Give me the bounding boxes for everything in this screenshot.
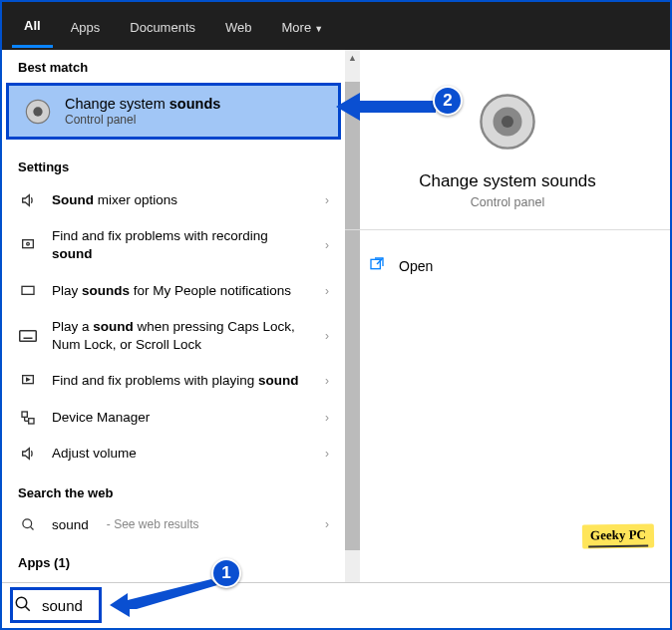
open-icon xyxy=(369,256,385,275)
tab-apps[interactable]: Apps xyxy=(59,6,113,47)
web-search-item[interactable]: sound - See web results › xyxy=(2,508,345,541)
svg-line-23 xyxy=(25,606,30,611)
settings-item-sound-mixer[interactable]: Sound mixer options › xyxy=(2,182,345,218)
best-match-title: Change system sounds xyxy=(65,96,220,112)
preview-title: Change system sounds xyxy=(365,171,650,191)
results-list: Best match Change system sounds Control … xyxy=(2,50,345,582)
svg-point-15 xyxy=(22,519,31,528)
notification-icon xyxy=(18,283,38,299)
chevron-right-icon: › xyxy=(325,193,329,207)
search-icon xyxy=(14,595,32,617)
best-match-result[interactable]: Change system sounds Control panel xyxy=(6,83,341,140)
svg-rect-2 xyxy=(23,240,34,248)
preview-subtitle: Control panel xyxy=(365,195,650,209)
web-term: sound xyxy=(52,517,89,532)
svg-point-3 xyxy=(27,243,30,246)
settings-item-adjust-volume[interactable]: Adjust volume › xyxy=(2,436,345,472)
watermark: Geeky PC xyxy=(582,523,654,548)
web-hint: - See web results xyxy=(107,517,199,531)
chevron-right-icon: › xyxy=(325,329,329,343)
chevron-right-icon: › xyxy=(325,447,329,461)
speaker-icon xyxy=(23,97,53,127)
settings-item-my-people-sounds[interactable]: Play sounds for My People notifications … xyxy=(2,273,345,309)
search-icon xyxy=(18,517,38,532)
settings-item-fix-playing[interactable]: Find and fix problems with playing sound… xyxy=(2,363,345,399)
volume-icon xyxy=(18,446,38,462)
apps-heading: Apps (1) xyxy=(2,541,345,578)
svg-rect-20 xyxy=(371,259,380,268)
chevron-down-icon: ▼ xyxy=(314,24,323,34)
item-label: Adjust volume xyxy=(52,445,329,463)
item-label: Find and fix problems with recording sou… xyxy=(52,227,329,263)
divider xyxy=(345,229,670,230)
svg-line-16 xyxy=(30,526,33,529)
search-bar xyxy=(2,582,670,628)
chevron-right-icon: › xyxy=(325,284,329,298)
item-label: Sound mixer options xyxy=(52,191,329,209)
settings-item-lock-keys-sound[interactable]: Play a sound when pressing Caps Lock, Nu… xyxy=(2,309,345,363)
tab-more[interactable]: More▼ xyxy=(270,6,336,47)
tab-documents[interactable]: Documents xyxy=(118,6,207,47)
tab-all[interactable]: All xyxy=(12,4,53,48)
chevron-right-icon: › xyxy=(325,411,329,425)
chevron-right-icon: › xyxy=(325,374,329,388)
svg-point-19 xyxy=(502,116,513,128)
microphone-settings-icon xyxy=(18,237,38,253)
svg-rect-4 xyxy=(22,286,34,294)
svg-point-22 xyxy=(16,597,27,608)
chevron-right-icon: › xyxy=(325,517,329,531)
svg-rect-5 xyxy=(20,331,37,342)
search-filter-tabs: All Apps Documents Web More▼ xyxy=(2,2,670,50)
open-action[interactable]: Open xyxy=(365,250,650,281)
settings-item-device-manager[interactable]: Device Manager › xyxy=(2,400,345,436)
preview-pane: Change system sounds Control panel Open … xyxy=(345,50,670,582)
search-web-heading: Search the web xyxy=(2,472,345,508)
svg-rect-11 xyxy=(22,412,27,417)
svg-point-1 xyxy=(33,107,42,116)
speaker-large-icon xyxy=(476,90,539,154)
speaker-settings-icon xyxy=(18,373,38,389)
svg-rect-12 xyxy=(29,418,34,423)
item-label: Find and fix problems with playing sound xyxy=(52,372,329,390)
settings-item-fix-recording[interactable]: Find and fix problems with recording sou… xyxy=(2,218,345,272)
best-match-subtitle: Control panel xyxy=(65,113,220,127)
item-label: Play sounds for My People notifications xyxy=(52,282,329,300)
item-label: Play a sound when pressing Caps Lock, Nu… xyxy=(52,318,329,354)
chevron-right-icon: › xyxy=(325,238,329,252)
keyboard-icon xyxy=(18,329,38,343)
tab-web[interactable]: Web xyxy=(213,6,264,47)
item-label: Device Manager xyxy=(52,409,329,427)
volume-icon xyxy=(18,192,38,208)
search-input[interactable] xyxy=(42,597,658,614)
settings-heading: Settings xyxy=(2,146,345,182)
device-manager-icon xyxy=(18,410,38,426)
open-label: Open xyxy=(399,258,433,274)
best-match-heading: Best match xyxy=(2,50,345,83)
